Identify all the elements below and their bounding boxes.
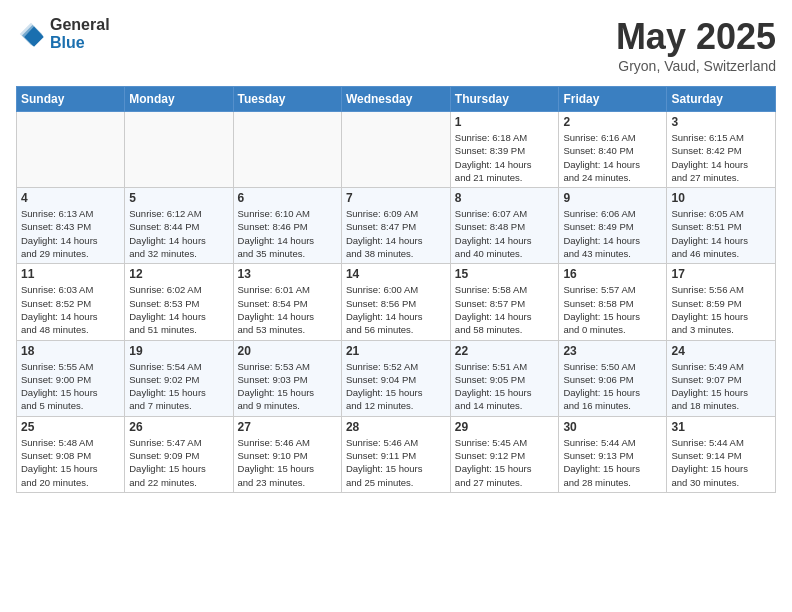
weekday-header-monday: Monday bbox=[125, 87, 233, 112]
day-number: 22 bbox=[455, 344, 555, 358]
day-info: Sunrise: 5:46 AM Sunset: 9:11 PM Dayligh… bbox=[346, 436, 446, 489]
day-info: Sunrise: 5:44 AM Sunset: 9:14 PM Dayligh… bbox=[671, 436, 771, 489]
day-number: 25 bbox=[21, 420, 120, 434]
day-info: Sunrise: 5:49 AM Sunset: 9:07 PM Dayligh… bbox=[671, 360, 771, 413]
day-info: Sunrise: 6:07 AM Sunset: 8:48 PM Dayligh… bbox=[455, 207, 555, 260]
calendar-cell: 8Sunrise: 6:07 AM Sunset: 8:48 PM Daylig… bbox=[450, 188, 559, 264]
day-info: Sunrise: 6:01 AM Sunset: 8:54 PM Dayligh… bbox=[238, 283, 337, 336]
day-info: Sunrise: 6:00 AM Sunset: 8:56 PM Dayligh… bbox=[346, 283, 446, 336]
title-block: May 2025 Gryon, Vaud, Switzerland bbox=[616, 16, 776, 74]
weekday-header-tuesday: Tuesday bbox=[233, 87, 341, 112]
day-number: 14 bbox=[346, 267, 446, 281]
day-info: Sunrise: 6:12 AM Sunset: 8:44 PM Dayligh… bbox=[129, 207, 228, 260]
day-number: 24 bbox=[671, 344, 771, 358]
day-info: Sunrise: 6:06 AM Sunset: 8:49 PM Dayligh… bbox=[563, 207, 662, 260]
calendar-cell: 21Sunrise: 5:52 AM Sunset: 9:04 PM Dayli… bbox=[341, 340, 450, 416]
weekday-header-sunday: Sunday bbox=[17, 87, 125, 112]
calendar-cell: 28Sunrise: 5:46 AM Sunset: 9:11 PM Dayli… bbox=[341, 416, 450, 492]
day-number: 19 bbox=[129, 344, 228, 358]
day-number: 31 bbox=[671, 420, 771, 434]
calendar-cell: 15Sunrise: 5:58 AM Sunset: 8:57 PM Dayli… bbox=[450, 264, 559, 340]
calendar-cell: 29Sunrise: 5:45 AM Sunset: 9:12 PM Dayli… bbox=[450, 416, 559, 492]
day-info: Sunrise: 5:57 AM Sunset: 8:58 PM Dayligh… bbox=[563, 283, 662, 336]
day-info: Sunrise: 5:50 AM Sunset: 9:06 PM Dayligh… bbox=[563, 360, 662, 413]
calendar-cell: 24Sunrise: 5:49 AM Sunset: 9:07 PM Dayli… bbox=[667, 340, 776, 416]
calendar-header: SundayMondayTuesdayWednesdayThursdayFrid… bbox=[17, 87, 776, 112]
calendar-cell: 31Sunrise: 5:44 AM Sunset: 9:14 PM Dayli… bbox=[667, 416, 776, 492]
calendar-cell: 14Sunrise: 6:00 AM Sunset: 8:56 PM Dayli… bbox=[341, 264, 450, 340]
calendar-cell: 22Sunrise: 5:51 AM Sunset: 9:05 PM Dayli… bbox=[450, 340, 559, 416]
calendar-week-4: 18Sunrise: 5:55 AM Sunset: 9:00 PM Dayli… bbox=[17, 340, 776, 416]
day-number: 5 bbox=[129, 191, 228, 205]
day-info: Sunrise: 6:18 AM Sunset: 8:39 PM Dayligh… bbox=[455, 131, 555, 184]
calendar-cell: 11Sunrise: 6:03 AM Sunset: 8:52 PM Dayli… bbox=[17, 264, 125, 340]
calendar-cell: 13Sunrise: 6:01 AM Sunset: 8:54 PM Dayli… bbox=[233, 264, 341, 340]
calendar-week-5: 25Sunrise: 5:48 AM Sunset: 9:08 PM Dayli… bbox=[17, 416, 776, 492]
calendar-cell: 25Sunrise: 5:48 AM Sunset: 9:08 PM Dayli… bbox=[17, 416, 125, 492]
calendar-week-3: 11Sunrise: 6:03 AM Sunset: 8:52 PM Dayli… bbox=[17, 264, 776, 340]
day-info: Sunrise: 5:46 AM Sunset: 9:10 PM Dayligh… bbox=[238, 436, 337, 489]
day-number: 7 bbox=[346, 191, 446, 205]
logo-blue: Blue bbox=[50, 34, 110, 52]
day-info: Sunrise: 5:52 AM Sunset: 9:04 PM Dayligh… bbox=[346, 360, 446, 413]
calendar-cell: 10Sunrise: 6:05 AM Sunset: 8:51 PM Dayli… bbox=[667, 188, 776, 264]
day-info: Sunrise: 5:44 AM Sunset: 9:13 PM Dayligh… bbox=[563, 436, 662, 489]
calendar-cell: 23Sunrise: 5:50 AM Sunset: 9:06 PM Dayli… bbox=[559, 340, 667, 416]
day-info: Sunrise: 5:55 AM Sunset: 9:00 PM Dayligh… bbox=[21, 360, 120, 413]
day-info: Sunrise: 5:51 AM Sunset: 9:05 PM Dayligh… bbox=[455, 360, 555, 413]
day-number: 11 bbox=[21, 267, 120, 281]
calendar-cell: 20Sunrise: 5:53 AM Sunset: 9:03 PM Dayli… bbox=[233, 340, 341, 416]
calendar-cell bbox=[233, 112, 341, 188]
main-title: May 2025 bbox=[616, 16, 776, 58]
weekday-row: SundayMondayTuesdayWednesdayThursdayFrid… bbox=[17, 87, 776, 112]
calendar-cell: 6Sunrise: 6:10 AM Sunset: 8:46 PM Daylig… bbox=[233, 188, 341, 264]
calendar-cell: 2Sunrise: 6:16 AM Sunset: 8:40 PM Daylig… bbox=[559, 112, 667, 188]
calendar-cell: 26Sunrise: 5:47 AM Sunset: 9:09 PM Dayli… bbox=[125, 416, 233, 492]
day-info: Sunrise: 5:53 AM Sunset: 9:03 PM Dayligh… bbox=[238, 360, 337, 413]
day-info: Sunrise: 5:48 AM Sunset: 9:08 PM Dayligh… bbox=[21, 436, 120, 489]
calendar-cell: 17Sunrise: 5:56 AM Sunset: 8:59 PM Dayli… bbox=[667, 264, 776, 340]
calendar-cell: 27Sunrise: 5:46 AM Sunset: 9:10 PM Dayli… bbox=[233, 416, 341, 492]
weekday-header-friday: Friday bbox=[559, 87, 667, 112]
day-number: 1 bbox=[455, 115, 555, 129]
day-info: Sunrise: 5:58 AM Sunset: 8:57 PM Dayligh… bbox=[455, 283, 555, 336]
logo-icon bbox=[16, 19, 46, 49]
day-number: 26 bbox=[129, 420, 228, 434]
calendar-week-2: 4Sunrise: 6:13 AM Sunset: 8:43 PM Daylig… bbox=[17, 188, 776, 264]
day-info: Sunrise: 6:02 AM Sunset: 8:53 PM Dayligh… bbox=[129, 283, 228, 336]
logo-text: General Blue bbox=[50, 16, 110, 51]
calendar-cell: 1Sunrise: 6:18 AM Sunset: 8:39 PM Daylig… bbox=[450, 112, 559, 188]
weekday-header-saturday: Saturday bbox=[667, 87, 776, 112]
day-info: Sunrise: 6:10 AM Sunset: 8:46 PM Dayligh… bbox=[238, 207, 337, 260]
day-number: 15 bbox=[455, 267, 555, 281]
day-number: 20 bbox=[238, 344, 337, 358]
calendar-cell: 16Sunrise: 5:57 AM Sunset: 8:58 PM Dayli… bbox=[559, 264, 667, 340]
day-number: 13 bbox=[238, 267, 337, 281]
calendar-body: 1Sunrise: 6:18 AM Sunset: 8:39 PM Daylig… bbox=[17, 112, 776, 493]
day-info: Sunrise: 6:13 AM Sunset: 8:43 PM Dayligh… bbox=[21, 207, 120, 260]
day-info: Sunrise: 6:16 AM Sunset: 8:40 PM Dayligh… bbox=[563, 131, 662, 184]
calendar-cell: 19Sunrise: 5:54 AM Sunset: 9:02 PM Dayli… bbox=[125, 340, 233, 416]
day-info: Sunrise: 6:09 AM Sunset: 8:47 PM Dayligh… bbox=[346, 207, 446, 260]
day-number: 9 bbox=[563, 191, 662, 205]
calendar-cell: 18Sunrise: 5:55 AM Sunset: 9:00 PM Dayli… bbox=[17, 340, 125, 416]
day-number: 6 bbox=[238, 191, 337, 205]
day-number: 10 bbox=[671, 191, 771, 205]
day-info: Sunrise: 6:05 AM Sunset: 8:51 PM Dayligh… bbox=[671, 207, 771, 260]
day-info: Sunrise: 5:47 AM Sunset: 9:09 PM Dayligh… bbox=[129, 436, 228, 489]
logo: General Blue bbox=[16, 16, 110, 51]
calendar-week-1: 1Sunrise: 6:18 AM Sunset: 8:39 PM Daylig… bbox=[17, 112, 776, 188]
page-header: General Blue May 2025 Gryon, Vaud, Switz… bbox=[16, 16, 776, 74]
weekday-header-thursday: Thursday bbox=[450, 87, 559, 112]
day-number: 28 bbox=[346, 420, 446, 434]
day-info: Sunrise: 6:15 AM Sunset: 8:42 PM Dayligh… bbox=[671, 131, 771, 184]
day-number: 16 bbox=[563, 267, 662, 281]
day-number: 3 bbox=[671, 115, 771, 129]
day-number: 23 bbox=[563, 344, 662, 358]
calendar-table: SundayMondayTuesdayWednesdayThursdayFrid… bbox=[16, 86, 776, 493]
day-number: 27 bbox=[238, 420, 337, 434]
calendar-cell bbox=[341, 112, 450, 188]
calendar-cell bbox=[17, 112, 125, 188]
calendar-cell bbox=[125, 112, 233, 188]
calendar-cell: 30Sunrise: 5:44 AM Sunset: 9:13 PM Dayli… bbox=[559, 416, 667, 492]
